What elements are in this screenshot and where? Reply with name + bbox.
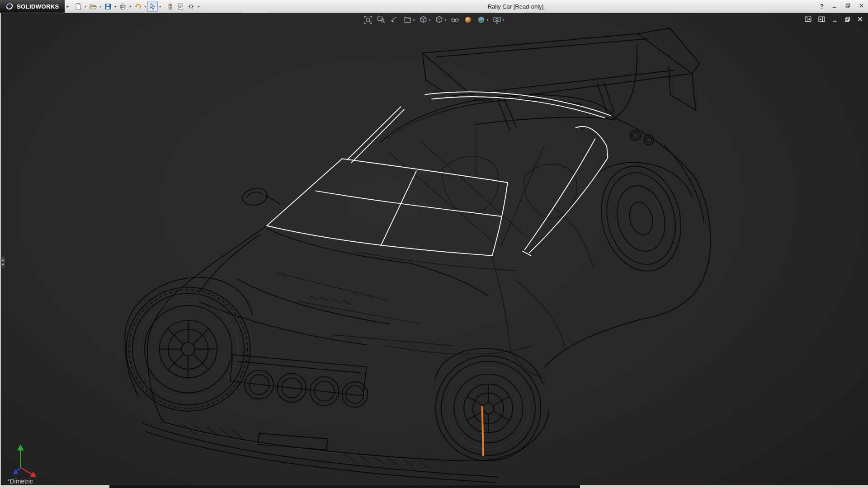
file-properties-icon [177,3,184,10]
save-caret[interactable]: ▾ [113,5,118,9]
section-view-icon [403,15,412,24]
doc-restore-button[interactable] [844,16,851,23]
title-bar: SOLIDWORKS ▸ ▾ ▾ ▾ [0,0,868,13]
titlebar-right-controls: ? [820,0,864,13]
doc-minimize-button[interactable] [831,16,838,23]
open-caret[interactable]: ▾ [98,5,103,9]
menu-expand-arrow[interactable]: ▸ [67,4,69,9]
select-tool-caret[interactable]: ▾ [158,5,162,9]
document-window-controls [804,15,863,23]
hide-show-items-icon [451,15,460,24]
window-title: Rally Car [Read-only] [488,3,544,10]
edit-appearance-icon [464,15,473,24]
zoom-to-area-icon [377,15,386,24]
taskbar-dark-segment [109,485,580,488]
left-pane-collapse-handle[interactable]: ◂ ◂ [0,257,5,267]
zoom-to-area-button[interactable] [376,15,386,25]
rebuild-stoplight-icon [166,3,174,10]
rebuild-button[interactable] [165,1,175,12]
open-folder-icon [89,3,97,10]
taskbar-sliver [0,485,868,488]
3ds-logo-icon [5,2,14,10]
view-orientation-caret[interactable]: ▾ [429,18,430,22]
undo-button[interactable] [132,1,143,12]
collapse-right-pane-button[interactable] [818,15,826,23]
select-tool-button[interactable] [147,1,158,12]
section-view-button[interactable]: ▾ [402,15,415,25]
window-minimize-button[interactable] [831,2,837,10]
window-maximize-button[interactable] [845,2,851,10]
rally-car-wireframe [125,28,710,483]
zoom-to-fit-icon [363,15,373,24]
graphics-viewport[interactable]: ▾ ▾ ▾ [0,13,868,485]
new-document-caret[interactable]: ▾ [83,5,88,9]
view-orientation-button[interactable]: ▾ [418,15,431,25]
save-icon [104,3,112,10]
solidworks-logo: SOLIDWORKS [0,0,65,13]
help-button[interactable]: ? [820,3,824,10]
new-document-icon [74,3,82,10]
view-orientation-icon [419,15,428,24]
collapse-right-pane-icon [818,15,826,23]
previous-view-icon [390,15,399,24]
apply-scene-icon [477,15,486,24]
heads-up-view-toolbar: ▾ ▾ ▾ [363,15,505,25]
display-style-button[interactable]: ▾ [434,15,447,25]
edit-appearance-button[interactable] [463,15,473,25]
highlighted-glass-edges [267,92,610,255]
doc-minimize-icon [831,16,838,23]
solidworks-window: ▾ ▾ ▾ [0,0,868,488]
undo-caret[interactable]: ▾ [143,5,147,9]
doc-close-button[interactable] [857,16,863,23]
window-close-button[interactable] [859,2,864,10]
selected-edge-highlight[interactable] [482,406,483,456]
print-caret[interactable]: ▾ [128,5,132,9]
window-minimize-icon [831,3,837,9]
options-gear-icon [187,3,195,10]
hide-show-items-button[interactable] [450,15,460,25]
doc-close-icon [857,16,863,23]
view-settings-button[interactable]: ▾ [492,15,505,25]
brand-name: SOLIDWORKS [17,3,59,10]
window-maximize-icon [845,3,851,9]
rally-car-interior-lines [183,129,594,468]
print-icon [119,3,127,10]
select-cursor-icon [149,3,156,10]
zoom-to-fit-button[interactable] [363,15,373,25]
window-frame-edge [0,13,1,485]
display-style-caret[interactable]: ▾ [444,18,446,22]
view-settings-icon [493,15,502,24]
section-view-caret[interactable]: ▾ [413,18,415,22]
reference-triad [14,446,36,477]
new-document-button[interactable] [73,1,83,12]
collapse-left-pane-icon [804,15,812,23]
display-style-icon [434,15,443,24]
doc-restore-icon [844,16,851,23]
view-orientation-label: *Dimetric [7,478,33,485]
window-close-icon [859,3,864,9]
standard-toolbar: ▾ ▾ ▾ ▾ [73,1,201,12]
file-properties-button[interactable] [175,1,186,12]
print-button[interactable] [118,1,128,12]
collapse-left-arrow: ◂ [1,262,3,266]
save-button[interactable] [103,1,113,12]
open-button[interactable] [88,1,98,12]
options-button[interactable] [186,1,196,12]
previous-view-button[interactable] [389,15,399,25]
collapse-left-pane-button[interactable] [804,15,812,23]
undo-icon [134,3,142,10]
options-caret[interactable]: ▾ [196,5,201,9]
apply-scene-button[interactable]: ▾ [476,15,489,25]
apply-scene-caret[interactable]: ▾ [487,18,489,22]
model-viewport-scene[interactable] [0,13,868,485]
collapse-left-arrow: ◂ [1,258,3,262]
view-settings-caret[interactable]: ▾ [503,18,505,22]
